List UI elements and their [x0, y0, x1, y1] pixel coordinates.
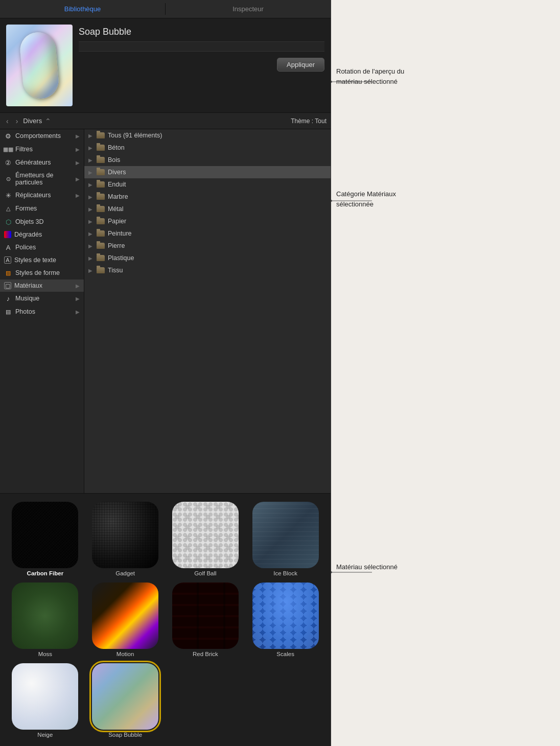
beton-arrow: ▶: [88, 145, 92, 151]
category-marbre[interactable]: ▶ Marbre: [84, 191, 331, 203]
preview-slider[interactable]: [79, 41, 324, 52]
apply-button[interactable]: Appliquer: [277, 58, 324, 72]
filtres-chevron: ▶: [76, 147, 80, 152]
sidebar-item-replicateurs[interactable]: ✳ Réplicateurs ▶: [0, 189, 84, 202]
red-brick-label: Red Brick: [193, 651, 218, 657]
comportements-label: Comportements: [15, 132, 61, 139]
theme-select[interactable]: Thème : Tout: [291, 118, 326, 125]
papier-label: Papier: [108, 218, 126, 225]
material-carbon-fiber[interactable]: Carbon Fiber: [8, 502, 82, 576]
replicateurs-chevron: ▶: [76, 193, 80, 198]
papier-arrow: ▶: [88, 219, 92, 224]
comportements-chevron: ▶: [76, 133, 80, 139]
golf-ball-label: Golf Ball: [194, 570, 216, 576]
material-soap-bubble[interactable]: Soap Bubble: [88, 663, 162, 738]
sidebar-item-photos[interactable]: ▤ Photos ▶: [0, 305, 84, 318]
golf-ball-thumb: [172, 502, 239, 568]
sidebar-item-emetteurs[interactable]: ⊙ Émetteurs de particules ▶: [0, 169, 84, 189]
nav-forward-arrow[interactable]: ›: [14, 116, 20, 126]
plastique-folder-icon: [97, 255, 105, 261]
tous-folder-icon: [97, 132, 105, 138]
right-panel: Rotation de l'aperçu dumatériau sélectio…: [331, 0, 560, 746]
preview-thumbnail: [6, 25, 73, 106]
tab-library[interactable]: Bibliothèque: [0, 0, 165, 18]
material-red-brick[interactable]: Red Brick: [169, 582, 243, 657]
metal-folder-icon: [97, 206, 105, 212]
sidebar-item-formes[interactable]: △ Formes: [0, 202, 84, 215]
preview-title: Soap Bubble: [79, 27, 324, 37]
photos-chevron: ▶: [76, 309, 80, 315]
filtres-icon: ▦▦: [4, 145, 12, 153]
tous-arrow: ▶: [88, 133, 92, 138]
annotations-svg: [331, 0, 560, 746]
sidebar-item-objets3d[interactable]: ⬡ Objets 3D: [0, 215, 84, 228]
moss-label: Moss: [38, 651, 52, 657]
soap-bubble-thumb: [92, 663, 158, 730]
category-list: ▶ Tous (91 éléments) ▶ Béton ▶ Bois ▶ Di…: [84, 129, 331, 493]
emetteurs-chevron: ▶: [76, 176, 80, 182]
sidebar-item-degrades[interactable]: Dégradés: [0, 228, 84, 241]
sidebar-item-generateurs[interactable]: ② Générateurs ▶: [0, 156, 84, 169]
tissu-label: Tissu: [108, 267, 123, 274]
soap-bubble-preview-bg: [6, 25, 73, 106]
enduit-folder-icon: [97, 181, 105, 188]
sidebar-nav: ⚙ Comportements ▶ ▦▦ Filtres ▶ ② Générat…: [0, 129, 84, 493]
pierre-arrow: ▶: [88, 243, 92, 249]
styles-forme-label: Styles de forme: [15, 269, 60, 276]
category-tous[interactable]: ▶ Tous (91 éléments): [84, 129, 331, 142]
enduit-label: Enduit: [108, 181, 126, 188]
enduit-arrow: ▶: [88, 182, 92, 188]
motion-thumb: [92, 582, 158, 649]
sidebar-item-materiaux[interactable]: ▢ Matériaux ▶: [0, 279, 84, 292]
marbre-arrow: ▶: [88, 194, 92, 200]
musique-icon: ♪: [4, 294, 12, 302]
category-divers[interactable]: ▶ Divers: [84, 166, 331, 178]
material-moss[interactable]: Moss: [8, 582, 82, 657]
material-snow[interactable]: Neige: [8, 663, 82, 738]
pierre-label: Pierre: [108, 242, 125, 249]
soap-bubble-label: Soap Bubble: [108, 732, 142, 738]
category-beton[interactable]: ▶ Béton: [84, 142, 331, 154]
nav-stepper[interactable]: ⌃: [45, 117, 51, 125]
category-enduit[interactable]: ▶ Enduit: [84, 178, 331, 191]
left-panel: Bibliothèque Inspecteur Soap Bubble Appl…: [0, 0, 331, 746]
red-brick-thumb: [172, 582, 239, 649]
divers-folder-icon: [97, 169, 105, 175]
material-gadget[interactable]: Gadget: [88, 502, 162, 576]
category-peinture[interactable]: ▶ Peinture: [84, 227, 331, 240]
tous-label: Tous (91 éléments): [108, 132, 162, 139]
ice-block-label: Ice Block: [273, 570, 297, 576]
material-motion[interactable]: Motion: [88, 582, 162, 657]
carbon-fiber-label: Carbon Fiber: [27, 570, 64, 576]
degrades-icon: [4, 231, 11, 238]
snow-label: Neige: [37, 732, 53, 738]
tab-bar: Bibliothèque Inspecteur: [0, 0, 331, 18]
annotation-rotation: Rotation de l'aperçu dumatériau sélectio…: [336, 66, 404, 86]
category-pierre[interactable]: ▶ Pierre: [84, 240, 331, 252]
sidebar-item-polices[interactable]: A Polices: [0, 241, 84, 254]
sidebar-item-musique[interactable]: ♪ Musique ▶: [0, 292, 84, 305]
materials-grid: Carbon Fiber Gadget Golf Ball Ice Block …: [0, 493, 331, 746]
category-metal[interactable]: ▶ Métal: [84, 203, 331, 215]
sidebar-item-comportements[interactable]: ⚙ Comportements ▶: [0, 129, 84, 143]
material-scales[interactable]: Scales: [248, 582, 322, 657]
sidebar-item-filtres[interactable]: ▦▦ Filtres ▶: [0, 143, 84, 156]
polices-icon: A: [4, 243, 12, 251]
tissu-folder-icon: [97, 267, 105, 273]
materiaux-chevron: ▶: [76, 283, 80, 289]
material-ice-block[interactable]: Ice Block: [248, 502, 322, 576]
scales-label: Scales: [276, 651, 294, 657]
tab-inspector[interactable]: Inspecteur: [166, 0, 331, 18]
sidebar-item-styles-texte[interactable]: A Styles de texte: [0, 254, 84, 266]
photos-label: Photos: [15, 308, 35, 315]
ice-block-thumb: [252, 502, 319, 568]
category-plastique[interactable]: ▶ Plastique: [84, 252, 331, 264]
nav-back-arrow[interactable]: ‹: [4, 116, 11, 126]
beton-folder-icon: [97, 145, 105, 151]
category-bois[interactable]: ▶ Bois: [84, 154, 331, 166]
sidebar-item-styles-forme[interactable]: ▨ Styles de forme: [0, 266, 84, 279]
category-tissu[interactable]: ▶ Tissu: [84, 264, 331, 276]
material-golf-ball[interactable]: Golf Ball: [169, 502, 243, 576]
category-papier[interactable]: ▶ Papier: [84, 215, 331, 227]
objets3d-icon: ⬡: [4, 218, 12, 226]
